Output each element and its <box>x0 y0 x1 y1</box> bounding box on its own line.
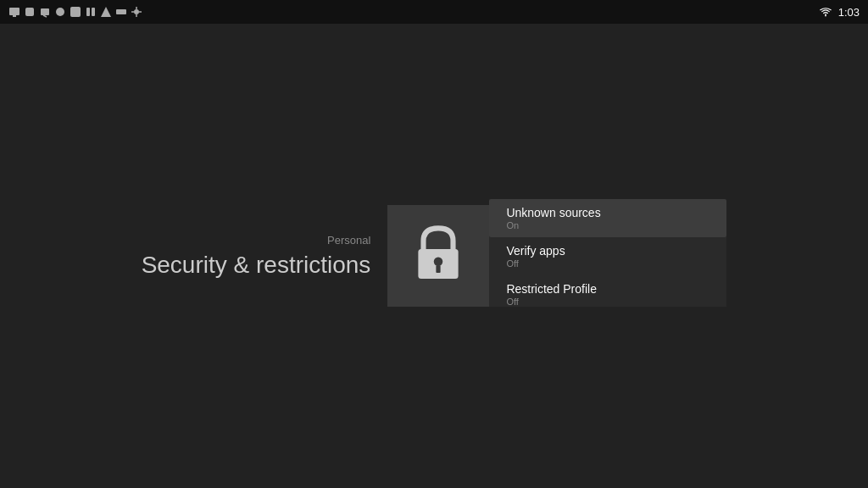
svg-line-4 <box>43 15 47 17</box>
svg-point-11 <box>134 9 139 14</box>
left-panel: Personal Security & restrictions <box>142 234 388 279</box>
status-icons-left <box>8 6 142 18</box>
category-label: Personal <box>327 234 370 247</box>
unknown-sources-subtitle: On <box>506 220 709 230</box>
menu-item-restricted-profile[interactable]: Restricted Profile Off <box>489 275 726 313</box>
section-title: Security & restrictions <box>142 252 371 279</box>
restricted-profile-title: Restricted Profile <box>506 282 709 296</box>
svg-rect-8 <box>92 8 95 16</box>
notification-icon-4 <box>54 6 66 18</box>
svg-rect-2 <box>25 8 34 16</box>
notification-icon-9 <box>131 6 142 18</box>
svg-rect-7 <box>86 8 90 16</box>
notification-icon-5 <box>70 6 81 18</box>
wifi-icon <box>820 6 832 18</box>
svg-rect-6 <box>70 7 81 17</box>
svg-rect-18 <box>437 265 441 273</box>
svg-rect-10 <box>116 9 126 14</box>
menu-item-verify-apps[interactable]: Verify apps Off <box>489 237 726 275</box>
content-row: Personal Security & restrictions Unkno <box>142 205 727 307</box>
svg-point-17 <box>434 258 443 267</box>
status-bar: 1:03 <box>0 0 868 24</box>
svg-rect-0 <box>9 8 19 15</box>
notification-icon-6 <box>85 6 97 18</box>
notification-icon-1 <box>8 6 20 18</box>
notification-icon-8 <box>115 6 127 18</box>
svg-point-5 <box>56 8 64 16</box>
restricted-profile-subtitle: Off <box>506 297 709 307</box>
lock-icon <box>409 225 468 287</box>
status-icons-right: 1:03 <box>820 6 860 19</box>
unknown-sources-title: Unknown sources <box>506 206 709 219</box>
notification-icon-2 <box>24 6 36 18</box>
notification-icon-7 <box>100 6 112 18</box>
status-time: 1:03 <box>838 6 860 19</box>
svg-marker-9 <box>101 7 111 17</box>
verify-apps-title: Verify apps <box>506 244 709 258</box>
svg-rect-1 <box>13 15 16 17</box>
icon-panel <box>387 205 489 307</box>
svg-rect-3 <box>41 8 49 15</box>
main-content: Personal Security & restrictions Unkno <box>0 24 868 488</box>
verify-apps-subtitle: Off <box>506 258 709 269</box>
notification-icon-3 <box>39 6 51 18</box>
right-panel: Unknown sources On Verify apps Off Restr… <box>489 205 726 307</box>
menu-item-unknown-sources[interactable]: Unknown sources On <box>489 199 726 237</box>
